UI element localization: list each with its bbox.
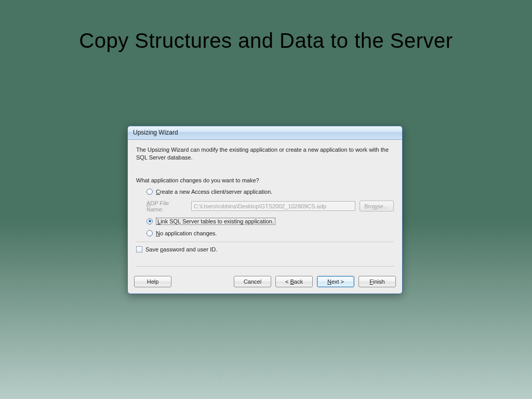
save-password-label: Save password and user ID. — [145, 246, 217, 252]
radio-group-2: Link SQL Server tables to existing appli… — [136, 218, 394, 236]
dialog-titlebar: Upsizing Wizard — [128, 126, 402, 140]
cancel-button[interactable]: Cancel — [234, 276, 271, 287]
slide-title: Copy Structures and Data to the Server — [0, 0, 532, 52]
adp-file-row: ADP File Name: Browse… — [136, 200, 394, 212]
wizard-dialog: Upsizing Wizard The Upsizing Wizard can … — [127, 126, 403, 294]
radio-icon — [147, 230, 153, 236]
radio-link-tables[interactable]: Link SQL Server tables to existing appli… — [147, 218, 394, 225]
footer-separator — [136, 266, 394, 267]
next-button[interactable]: Next > — [317, 276, 354, 287]
radio-create-new[interactable]: Create a new Access client/server applic… — [147, 189, 394, 195]
radio-label-no-changes: No application changes. — [156, 230, 217, 236]
intro-text: The Upsizing Wizard can modify the exist… — [136, 146, 394, 162]
radio-no-changes[interactable]: No application changes. — [147, 230, 394, 236]
divider — [136, 242, 394, 242]
radio-label-create-new: Create a new Access client/server applic… — [156, 189, 272, 195]
radio-group: Create a new Access client/server applic… — [136, 189, 394, 195]
radio-icon — [147, 189, 153, 195]
radio-icon-selected — [147, 218, 153, 224]
back-button[interactable]: < Back — [275, 276, 313, 287]
save-password-row[interactable]: Save password and user ID. — [136, 246, 394, 252]
adp-file-input — [191, 201, 355, 211]
question-text: What application changes do you want to … — [136, 177, 394, 183]
adp-file-label: ADP File Name: — [147, 200, 187, 212]
radio-label-link-tables: Link SQL Server tables to existing appli… — [156, 218, 275, 225]
browse-button: Browse… — [360, 201, 394, 211]
dialog-body: The Upsizing Wizard can modify the exist… — [128, 140, 402, 276]
help-button[interactable]: Help — [134, 276, 171, 287]
dialog-footer: Help Cancel < Back Next > Finish — [128, 276, 402, 294]
finish-button[interactable]: Finish — [358, 276, 396, 287]
checkbox-icon — [136, 246, 142, 252]
